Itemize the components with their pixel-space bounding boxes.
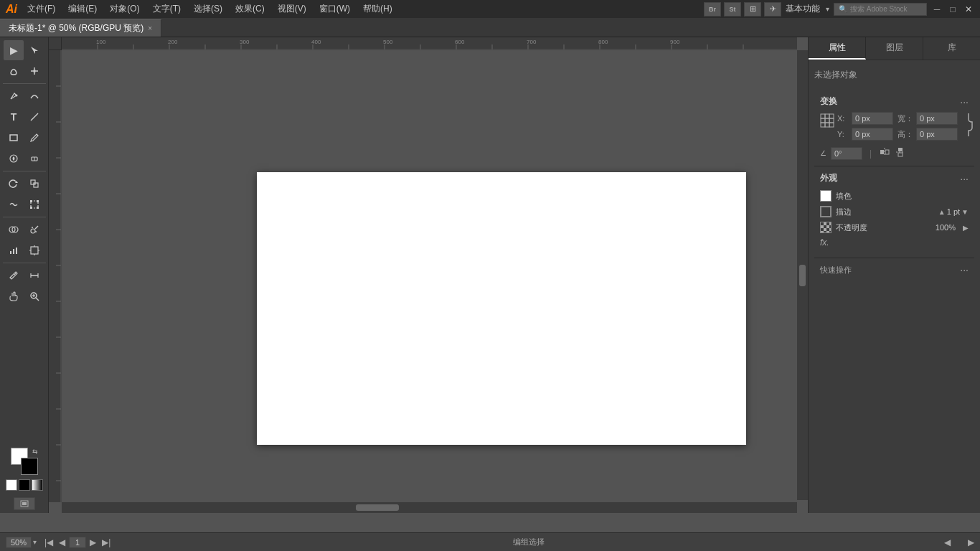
fx-label[interactable]: fx. [820,237,829,248]
transform-section: 变换 ··· [814,90,974,166]
type-tool[interactable]: T [4,107,24,127]
first-page-button[interactable]: |◀ [42,537,55,547]
tab-close-button[interactable]: × [148,24,152,32]
stroke-color-swatch[interactable] [820,206,831,217]
svg-text:800: 800 [598,39,608,45]
menu-object[interactable]: 对象(O) [104,1,145,17]
selection-tool[interactable]: ▶ [4,40,24,60]
menu-text[interactable]: 文字(T) [147,1,187,17]
minimize-button[interactable]: ─ [931,4,943,15]
scroll-left-button[interactable]: ◀ [944,537,951,547]
search-stock[interactable]: 🔍 搜索 Adobe Stock [834,3,927,16]
vertical-scroll-thumb[interactable] [799,265,806,286]
y-input[interactable] [852,128,893,141]
svg-line-22 [35,226,38,229]
workspace-chevron-icon[interactable]: ▾ [826,5,829,13]
curvature-tool[interactable] [24,86,44,106]
fill-color-swatch[interactable] [820,190,831,202]
zoom-tool[interactable] [24,286,44,306]
stroke-value: 1 pt [947,207,960,216]
transform-more-icon[interactable]: ··· [960,96,969,108]
menu-select[interactable]: 选择(S) [188,1,228,17]
measure-tool[interactable] [24,265,44,286]
stroke-down-icon[interactable]: ▼ [961,208,969,216]
black-swatch[interactable] [19,479,30,491]
pen-tool[interactable] [4,86,24,106]
horizontal-scrollbar[interactable] [62,502,797,513]
bridge-icon[interactable]: Br [704,2,721,17]
magic-wand-tool[interactable] [24,61,44,81]
artboard-tool[interactable] [24,240,44,260]
width-input[interactable] [916,112,958,125]
workspace-icon[interactable]: ⊞ [744,2,761,17]
fx-row: fx. [820,237,969,248]
restore-button[interactable]: □ [947,4,958,15]
svg-rect-26 [13,249,14,254]
warp-tool[interactable] [4,194,24,215]
hand-tool[interactable] [4,286,24,306]
rotate-tool[interactable] [4,174,24,194]
gradient-swatch[interactable] [32,479,43,491]
tab-properties[interactable]: 属性 [809,37,866,60]
scale-tool[interactable] [24,174,44,194]
zoom-input[interactable] [6,537,32,548]
scroll-right-button[interactable]: ▶ [968,537,974,547]
svg-line-6 [31,113,38,121]
x-input[interactable] [852,112,893,125]
zoom-dropdown-icon[interactable]: ▾ [33,538,37,546]
prev-page-button[interactable]: ◀ [57,537,67,547]
flip-h-button[interactable] [879,146,890,160]
blob-brush-tool[interactable] [4,149,24,169]
line-tool[interactable] [24,107,44,127]
screen-mode-button[interactable] [14,497,35,510]
opacity-icon[interactable] [820,222,831,233]
menu-window[interactable]: 窗口(W) [314,1,356,17]
horizontal-scroll-thumb[interactable] [356,504,399,511]
transform-reference-point[interactable] [820,113,834,130]
angle-input[interactable] [831,147,862,160]
stroke-label: 描边 [836,207,852,217]
direct-selection-tool[interactable] [24,40,44,60]
shape-builder-tool[interactable] [4,220,24,240]
free-transform-tool[interactable] [24,194,44,215]
menu-help[interactable]: 帮助(H) [357,1,398,17]
close-button[interactable]: ✕ [963,4,974,15]
color-row [6,479,43,491]
flip-v-button[interactable] [895,146,906,160]
next-page-button[interactable]: ▶ [88,537,98,547]
stroke-up-icon[interactable]: ▲ [938,208,946,216]
menu-edit[interactable]: 编辑(E) [62,1,103,17]
svg-rect-91 [829,118,834,123]
menu-effect[interactable]: 效果(C) [230,1,270,17]
document-tab[interactable]: 未标题-1* @ 50% (RGB/GPU 预览) × [0,19,161,37]
symbol-sprayer-tool[interactable] [24,220,44,240]
vertical-scrollbar[interactable] [797,50,808,500]
none-swatch[interactable] [6,479,17,491]
quick-actions-more-icon[interactable]: ··· [960,264,969,276]
paintbrush-tool[interactable] [24,128,44,148]
rectangle-tool[interactable] [4,128,24,148]
appearance-more-icon[interactable]: ··· [960,173,969,184]
column-graph-tool[interactable] [4,240,24,260]
left-toolbar: ▶ T [0,37,49,513]
lasso-tool[interactable] [4,61,24,81]
page-input[interactable] [69,537,86,548]
eraser-tool[interactable] [24,149,44,169]
artboard [257,172,746,445]
shapebuilder-row [4,220,44,240]
menu-view[interactable]: 视图(V) [272,1,312,17]
constrain-proportions[interactable] [963,112,974,138]
last-page-button[interactable]: ▶| [100,537,113,547]
tab-layers[interactable]: 图层 [866,37,923,60]
height-input[interactable] [916,128,958,141]
tab-library[interactable]: 库 [923,37,980,60]
stroke-swatch[interactable] [21,458,38,475]
eyedropper-tool[interactable] [4,265,24,286]
swap-colors-icon[interactable]: ⇆ [32,448,38,455]
share-icon[interactable]: ✈ [764,2,781,17]
menu-file[interactable]: 文件(F) [22,1,61,17]
opacity-expand-icon[interactable]: ▶ [963,224,969,232]
graph-row [4,240,44,260]
stock-icon[interactable]: St [724,2,741,17]
svg-text:700: 700 [527,39,537,45]
